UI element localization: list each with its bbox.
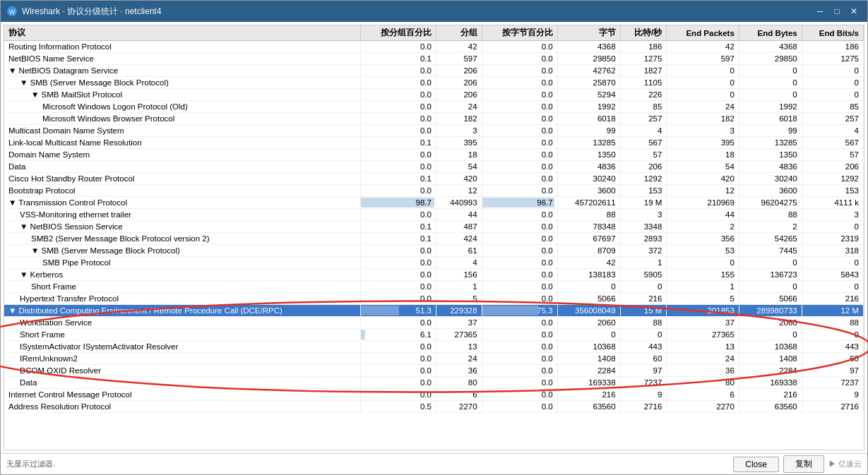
- bytes-cell: 3600: [557, 185, 620, 197]
- table-row[interactable]: ▼ NetBIOS Session Service0.14870.0783483…: [4, 221, 864, 233]
- pct-packets-cell: 0.0: [360, 293, 436, 305]
- end-packets-cell: 395: [667, 137, 739, 149]
- packets-cell: 597: [436, 53, 482, 65]
- table-row[interactable]: Routing Information Protocol0.0420.04368…: [4, 41, 864, 53]
- end-bytes-cell: 29850: [739, 53, 802, 65]
- end-bits-cell: 88: [802, 317, 863, 329]
- copy-button[interactable]: 复制: [783, 455, 824, 473]
- table-row[interactable]: Internet Control Message Protocol0.060.0…: [4, 389, 864, 401]
- packets-cell: 420: [436, 173, 482, 185]
- protocol-name-cell: Short Frame: [4, 281, 360, 293]
- pct-bytes-cell: 75.3: [482, 305, 557, 317]
- end-packets-cell: 6: [667, 389, 739, 401]
- end-bytes-cell: 4836: [739, 161, 802, 173]
- table-row[interactable]: SMB2 (Server Message Block Protocol vers…: [4, 233, 864, 245]
- end-bits-cell: 0: [802, 89, 863, 101]
- protocol-name-cell: ▼ SMB MailSlot Protocol: [4, 89, 360, 101]
- minimize-button[interactable]: ─: [812, 4, 828, 18]
- col-bytes: 字节: [557, 25, 620, 41]
- close-window-button[interactable]: ✕: [846, 4, 862, 18]
- table-row[interactable]: ▼ Kerberos0.01560.0138183590515513672358…: [4, 269, 864, 281]
- table-row[interactable]: Data0.0540.04836206544836206: [4, 161, 864, 173]
- table-row[interactable]: Short Frame6.1273650.0002736500: [4, 329, 864, 341]
- table-row[interactable]: ▼ SMB (Server Message Block Protocol)0.0…: [4, 77, 864, 89]
- table-row[interactable]: DCOM OXID Resolver0.0360.022849736228497: [4, 365, 864, 377]
- end-packets-cell: 44: [667, 209, 739, 221]
- end-bits-cell: 57: [802, 149, 863, 161]
- table-row[interactable]: Microsoft Windows Browser Protocol0.0182…: [4, 113, 864, 125]
- end-packets-cell: 0: [667, 77, 739, 89]
- packets-cell: 156: [436, 269, 482, 281]
- status-text: 无显示过滤器.: [6, 459, 55, 469]
- table-row[interactable]: ▼ Distributed Computing Environment / Re…: [4, 305, 864, 317]
- close-button[interactable]: Close: [733, 457, 779, 472]
- bps-cell: 85: [620, 101, 667, 113]
- packets-cell: 37: [436, 317, 482, 329]
- bps-cell: 2716: [620, 401, 667, 413]
- bytes-cell: 63560: [557, 401, 620, 413]
- table-row[interactable]: Cisco Hot Standby Router Protocol0.14200…: [4, 173, 864, 185]
- table-row[interactable]: Data0.0800.01693387237801693387237: [4, 377, 864, 389]
- wireshark-icon: W: [6, 6, 18, 17]
- title-bar-left: W Wireshark · 协议分级统计 · netclient4: [6, 6, 161, 18]
- table-row[interactable]: Domain Name System0.0180.013505718135057: [4, 149, 864, 161]
- table-row[interactable]: Address Resolution Protocol0.522700.0635…: [4, 401, 864, 413]
- packets-cell: 229328: [436, 305, 482, 317]
- protocol-name-cell: Cisco Hot Standby Router Protocol: [4, 173, 360, 185]
- bps-cell: 1275: [620, 53, 667, 65]
- maximize-button[interactable]: □: [829, 4, 845, 18]
- table-row[interactable]: Bootstrap Protocol0.0120.036001531236001…: [4, 185, 864, 197]
- table-row[interactable]: VSS-Monitoring ethernet trailer0.0440.08…: [4, 209, 864, 221]
- end-packets-cell: 597: [667, 53, 739, 65]
- protocol-name-cell: Routing Information Protocol: [4, 41, 360, 53]
- packets-cell: 206: [436, 77, 482, 89]
- table-row[interactable]: Microsoft Windows Logon Protocol (Old)0.…: [4, 101, 864, 113]
- pct-bytes-cell: 0.0: [482, 365, 557, 377]
- packets-cell: 18: [436, 149, 482, 161]
- protocol-name-cell: Workstation Service: [4, 317, 360, 329]
- pct-bytes-cell: 0.0: [482, 353, 557, 365]
- packets-cell: 80: [436, 377, 482, 389]
- bps-cell: 443: [620, 341, 667, 353]
- table-row[interactable]: Short Frame0.010.000100: [4, 281, 864, 293]
- bps-cell: 226: [620, 89, 667, 101]
- pct-bytes-cell: 0.0: [482, 233, 557, 245]
- pct-bytes-cell: 0.0: [482, 89, 557, 101]
- end-bits-cell: 5843: [802, 269, 863, 281]
- bytes-cell: 67697: [557, 233, 620, 245]
- table-row[interactable]: SMB Pipe Protocol0.040.0421000: [4, 257, 864, 269]
- table-row[interactable]: Workstation Service0.0370.02060883720608…: [4, 317, 864, 329]
- bytes-cell: 99: [557, 125, 620, 137]
- bytes-cell: 42762: [557, 65, 620, 77]
- end-bytes-cell: 96204275: [739, 197, 802, 209]
- end-packets-cell: 53: [667, 245, 739, 257]
- end-packets-cell: 356: [667, 233, 739, 245]
- table-row[interactable]: NetBIOS Name Service0.15970.029850127559…: [4, 53, 864, 65]
- table-row[interactable]: IRemUnknown20.0240.014086024140860: [4, 353, 864, 365]
- table-row[interactable]: ▼ SMB (Server Message Block Protocol)0.0…: [4, 245, 864, 257]
- col-protocol: 协议: [4, 25, 360, 41]
- bytes-cell: 356008049: [557, 305, 620, 317]
- pct-bytes-cell: 0.0: [482, 53, 557, 65]
- protocol-table-container[interactable]: 协议 按分组百分比 分组 按字节百分比 字节 比特/秒 End Packets …: [4, 25, 864, 450]
- protocol-name-cell: Multicast Domain Name System: [4, 125, 360, 137]
- table-row[interactable]: ▼ NetBIOS Datagram Service0.02060.042762…: [4, 65, 864, 77]
- table-row[interactable]: Multicast Domain Name System0.030.099439…: [4, 125, 864, 137]
- end-bits-cell: 0: [802, 65, 863, 77]
- bps-cell: 2893: [620, 233, 667, 245]
- table-row[interactable]: ▼ Transmission Control Protocol98.744099…: [4, 197, 864, 209]
- end-packets-cell: 0: [667, 89, 739, 101]
- end-bytes-cell: 7445: [739, 245, 802, 257]
- packets-cell: 395: [436, 137, 482, 149]
- bytes-cell: 4368: [557, 41, 620, 53]
- title-controls: ─ □ ✕: [812, 4, 862, 18]
- table-row[interactable]: Hypertext Transfer Protocol0.050.0506621…: [4, 293, 864, 305]
- end-packets-cell: 155: [667, 269, 739, 281]
- col-pct-pkt: 按分组百分比: [360, 25, 436, 41]
- table-row[interactable]: ▼ SMB MailSlot Protocol0.02060.052942260…: [4, 89, 864, 101]
- table-row[interactable]: Link-local Multicast Name Resolution0.13…: [4, 137, 864, 149]
- pct-packets-cell: 0.0: [360, 41, 436, 53]
- end-bytes-cell: 1350: [739, 149, 802, 161]
- table-row[interactable]: ISystemActivator ISystemActivator Resolv…: [4, 341, 864, 353]
- pct-packets-cell: 0.0: [360, 389, 436, 401]
